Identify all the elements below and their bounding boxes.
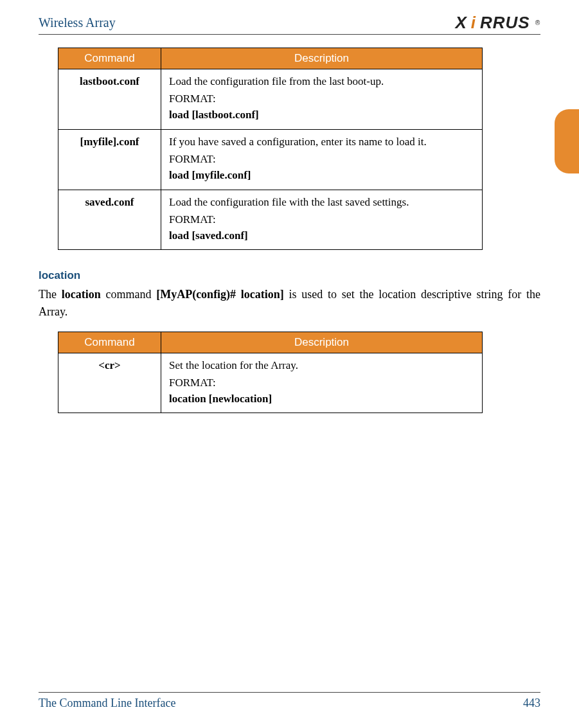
page-header: Wireless Array XiRRUS® [39,13,540,35]
registered-icon: ® [535,19,540,26]
cmd-cr: <cr> [58,353,161,413]
table-row: saved.conf Load the configuration file w… [58,190,483,250]
col-header-description: Description [161,48,483,69]
cmd-cr-desc: Set the location for the Array. FORMAT: … [161,353,483,413]
text-part: command [101,288,156,301]
logo-mark-icon: i [471,13,476,33]
format-bold: load [lastboot.conf] [169,108,474,123]
format-bold: location [newlocation] [169,392,474,407]
format-bold: load [saved.conf] [169,229,474,244]
format-label: FORMAT: [169,92,474,107]
text-bold: [MyAP(config)# location] [156,288,284,301]
logo-suffix: RRUS [480,13,530,33]
cmd-saved: saved.conf [58,190,161,250]
page-number: 443 [523,697,540,710]
format-label: FORMAT: [169,213,474,227]
table-header-row: Command Description [58,48,483,69]
command-table-load: Command Description lastboot.conf Load t… [58,48,483,250]
desc-text: Load the configuration file with the las… [169,195,474,210]
text-part: The [39,288,62,301]
table-row: [myfile].conf If you have saved a config… [58,129,483,190]
footer-section-title: The Command Line Interface [39,697,175,710]
header-title: Wireless Array [39,15,116,30]
brand-logo: XiRRUS® [455,13,540,33]
section-body-location: The location command [MyAP(config)# loca… [39,286,540,319]
table-header-row: Command Description [58,332,483,353]
command-table-location: Command Description <cr> Set the locatio… [58,332,483,414]
desc-text: If you have saved a configuration, enter… [169,135,474,150]
table-row: lastboot.conf Load the configuration fil… [58,69,483,130]
text-bold: location [62,288,101,301]
side-tab-icon [555,109,579,173]
col-header-command: Command [58,332,161,353]
cmd-lastboot-desc: Load the configuration file from the las… [161,69,483,130]
format-label: FORMAT: [169,376,474,391]
col-header-description: Description [161,332,483,353]
cmd-lastboot: lastboot.conf [58,69,161,130]
desc-text: Load the configuration file from the las… [169,75,474,89]
cmd-myfile-desc: If you have saved a configuration, enter… [161,129,483,190]
page-footer: The Command Line Interface 443 [39,692,540,710]
section-heading-location: location [39,269,540,282]
logo-prefix: X [455,13,467,33]
cmd-myfile: [myfile].conf [58,129,161,190]
desc-text: Set the location for the Array. [169,359,474,373]
format-bold: load [myfile.conf] [169,168,474,183]
col-header-command: Command [58,48,161,69]
cmd-saved-desc: Load the configuration file with the las… [161,190,483,250]
format-label: FORMAT: [169,152,474,167]
table-row: <cr> Set the location for the Array. FOR… [58,353,483,413]
